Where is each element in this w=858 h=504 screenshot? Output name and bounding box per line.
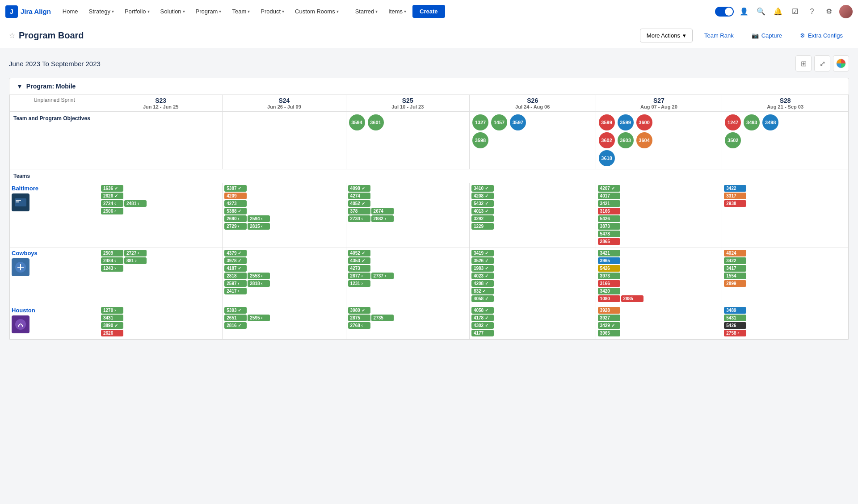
card-2885[interactable]: 2885 bbox=[621, 295, 644, 302]
card-378[interactable]: 378 bbox=[348, 208, 370, 214]
card-4208c[interactable]: 4208 ✓ bbox=[471, 280, 494, 287]
card-3489[interactable]: 3489 bbox=[724, 307, 746, 314]
card-881[interactable]: 881 › bbox=[124, 257, 147, 264]
card-5478[interactable]: 5478 bbox=[598, 231, 620, 237]
obj-badge-3498[interactable]: 3498 bbox=[762, 114, 778, 130]
expand-view-button[interactable]: ⤢ bbox=[814, 55, 830, 71]
user-icon[interactable]: 👤 bbox=[737, 5, 751, 18]
obj-badge-3604[interactable]: 3604 bbox=[636, 132, 652, 148]
houston-team-name[interactable]: Houston bbox=[12, 307, 97, 314]
card-3422[interactable]: 3422 bbox=[724, 185, 746, 192]
obj-badge-3502[interactable]: 3502 bbox=[725, 132, 741, 148]
card-2768[interactable]: 2768 ‹ bbox=[348, 322, 370, 329]
obj-badge-3601[interactable]: 3601 bbox=[368, 114, 384, 130]
help-icon[interactable]: ? bbox=[805, 5, 819, 18]
card-4052c[interactable]: 4052 ✓ bbox=[348, 250, 370, 256]
nav-portfolio[interactable]: Portfolio ▾ bbox=[120, 5, 154, 17]
card-1636[interactable]: 1636 ✓ bbox=[101, 185, 123, 192]
card-1231[interactable]: 1231 › bbox=[348, 280, 370, 287]
card-3420[interactable]: 3420 bbox=[598, 288, 620, 294]
card-4273[interactable]: 4273 bbox=[224, 200, 247, 207]
nav-product[interactable]: Product ▾ bbox=[256, 5, 289, 17]
card-3928[interactable]: 3928 bbox=[598, 307, 620, 314]
obj-badge-3600[interactable]: 3600 bbox=[636, 114, 652, 130]
program-collapse-icon[interactable]: ▼ bbox=[17, 83, 23, 90]
card-2727[interactable]: 2727 ‹ bbox=[124, 250, 147, 256]
card-4273c[interactable]: 4273 bbox=[348, 265, 370, 272]
card-2818[interactable]: 2818 bbox=[224, 273, 247, 279]
card-2674[interactable]: 2674 bbox=[371, 208, 394, 214]
card-3526[interactable]: 3526 ✓ bbox=[471, 257, 494, 264]
obj-badge-1247[interactable]: 1247 bbox=[725, 114, 741, 130]
card-4177[interactable]: 4177 bbox=[471, 330, 494, 336]
card-2481[interactable]: 2481 ‹ bbox=[124, 200, 147, 207]
card-4098[interactable]: 4098 ✓ bbox=[348, 185, 370, 192]
card-1983[interactable]: 1983 ✓ bbox=[471, 265, 494, 272]
card-4353[interactable]: 4353 ✓ bbox=[348, 257, 370, 264]
card-2484[interactable]: 2484 ‹ bbox=[101, 257, 123, 264]
nav-starred[interactable]: Starred ▾ bbox=[351, 5, 383, 17]
card-3166c[interactable]: 3166 bbox=[598, 280, 620, 287]
nav-home[interactable]: Home bbox=[58, 5, 83, 17]
card-1080[interactable]: 1080 bbox=[598, 295, 620, 302]
card-2737[interactable]: 2737 ‹ bbox=[371, 273, 394, 279]
card-3422c[interactable]: 3422 bbox=[724, 257, 746, 264]
card-2417[interactable]: 2417 › bbox=[224, 288, 247, 294]
obj-badge-3603[interactable]: 3603 bbox=[618, 132, 634, 148]
card-4178[interactable]: 4178 ✓ bbox=[471, 315, 494, 321]
grid-view-button[interactable]: ⊞ bbox=[795, 55, 812, 71]
card-5431[interactable]: 5431 bbox=[724, 315, 746, 321]
board-scroll-container[interactable]: Unplanned Sprint S23 Jun 12 - Jun 25 S24… bbox=[9, 95, 849, 340]
color-settings-button[interactable] bbox=[833, 55, 849, 71]
card-2595[interactable]: 2595 ‹ bbox=[248, 315, 270, 321]
card-4013[interactable]: 4013 ✓ bbox=[471, 208, 494, 214]
card-1554[interactable]: 1554 bbox=[724, 273, 746, 279]
obj-badge-3598[interactable]: 3598 bbox=[472, 132, 488, 148]
card-4058h[interactable]: 4058 ✓ bbox=[471, 307, 494, 314]
logo[interactable]: J Jira Align bbox=[5, 5, 51, 18]
card-2594[interactable]: 2594 ‹ bbox=[248, 215, 270, 222]
card-832[interactable]: 832 ✓ bbox=[471, 288, 494, 294]
card-4207[interactable]: 4207 ✓ bbox=[598, 185, 620, 192]
nav-items[interactable]: Items ▾ bbox=[384, 5, 411, 17]
card-2597[interactable]: 2597 ‹ bbox=[224, 280, 247, 287]
card-2815[interactable]: 2815 ‹ bbox=[248, 223, 270, 230]
card-2553[interactable]: 2553 ‹ bbox=[248, 273, 270, 279]
extra-configs-button[interactable]: ⚙ Extra Configs bbox=[794, 29, 849, 42]
create-button[interactable]: Create bbox=[412, 5, 445, 18]
card-3410[interactable]: 3410 ✓ bbox=[471, 185, 494, 192]
card-2509[interactable]: 2509 bbox=[101, 250, 123, 256]
card-2651[interactable]: 2651 bbox=[224, 315, 247, 321]
star-icon[interactable]: ☆ bbox=[9, 31, 15, 40]
obj-badge-1327[interactable]: 1327 bbox=[472, 114, 488, 130]
card-2724[interactable]: 2724 ‹ bbox=[101, 200, 123, 207]
card-5393[interactable]: 5393 ✓ bbox=[224, 307, 247, 314]
nav-program[interactable]: Program ▾ bbox=[191, 5, 226, 17]
card-3973c[interactable]: 3973 bbox=[598, 273, 620, 279]
more-actions-button[interactable]: More Actions ▾ bbox=[640, 29, 693, 42]
card-3166[interactable]: 3166 bbox=[598, 208, 620, 214]
card-4017[interactable]: 4017 bbox=[598, 193, 620, 199]
obj-badge-3599b[interactable]: 3599 bbox=[618, 114, 634, 130]
card-5426h[interactable]: 5426 bbox=[724, 322, 746, 329]
card-4302[interactable]: 4302 ✓ bbox=[471, 322, 494, 329]
card-4379[interactable]: 4379 ✓ bbox=[224, 250, 247, 256]
card-5388[interactable]: 5388 ✓ bbox=[224, 208, 247, 214]
card-3890[interactable]: 3890 ✓ bbox=[101, 322, 123, 329]
card-3421[interactable]: 3421 bbox=[598, 200, 620, 207]
card-2938[interactable]: 2938 bbox=[724, 200, 746, 207]
card-3965[interactable]: 3965 bbox=[598, 257, 620, 264]
card-2690[interactable]: 2690 ‹ bbox=[224, 215, 247, 222]
card-3431[interactable]: 3431 bbox=[101, 315, 123, 321]
card-2626h[interactable]: 2626 bbox=[101, 330, 123, 336]
nav-team[interactable]: Team ▾ bbox=[227, 5, 254, 17]
card-5387[interactable]: 5387 ✓ bbox=[224, 185, 247, 192]
card-2734[interactable]: 2734 ‹ bbox=[348, 215, 370, 222]
card-4058[interactable]: 4058 ✓ bbox=[471, 295, 494, 302]
card-1229[interactable]: 1229 bbox=[471, 223, 494, 230]
card-4024[interactable]: 4024 bbox=[724, 250, 746, 256]
search-icon[interactable]: 🔍 bbox=[754, 5, 768, 18]
nav-solution[interactable]: Solution ▾ bbox=[156, 5, 189, 17]
card-2506[interactable]: 2506 ‹ bbox=[101, 208, 123, 214]
card-3429[interactable]: 3429 ✓ bbox=[598, 322, 620, 329]
